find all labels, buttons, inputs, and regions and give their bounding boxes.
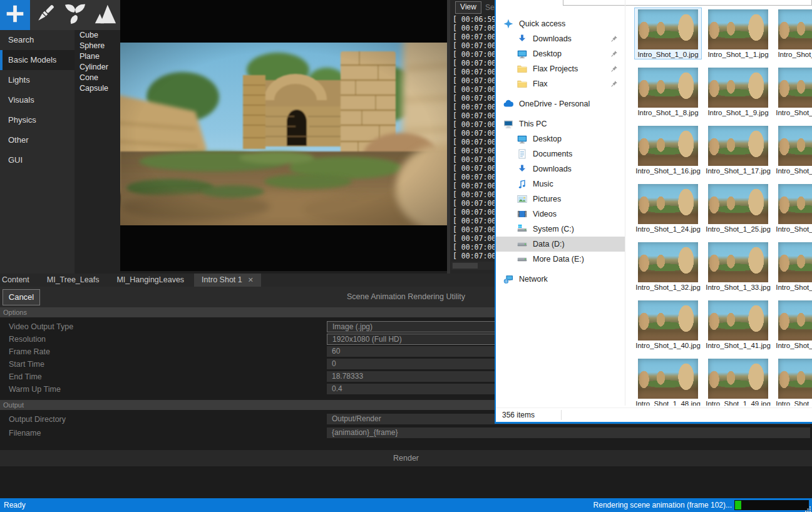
- toolbox-item-visuals[interactable]: Visuals: [0, 90, 75, 110]
- pin-icon[interactable]: [610, 64, 619, 73]
- toolbox-item-gui[interactable]: GUI: [0, 150, 75, 170]
- file-tile-intro-shot-1-42-jpg[interactable]: Intro_Shot_1_42.jpg: [774, 299, 812, 351]
- nav-item-music[interactable]: Music: [496, 177, 625, 192]
- toolbox-item-physics[interactable]: Physics: [0, 110, 75, 130]
- file-tile-intro-shot-1-25-jpg[interactable]: Intro_Shot_1_25.jpg: [704, 182, 772, 234]
- file-thumbnail: [638, 300, 698, 340]
- file-thumbnail: [778, 126, 812, 166]
- file-tile-intro-shot-1-2-jpg[interactable]: Intro_Shot_1_2.jpg: [774, 8, 812, 59]
- terrain-button[interactable]: [90, 0, 120, 30]
- setting-label: Video Output Type: [9, 320, 73, 333]
- flyout-item-sphere[interactable]: Sphere: [75, 41, 120, 51]
- file-tile-intro-shot-1-0-jpg[interactable]: Intro_Shot_1_0.jpg: [634, 8, 702, 59]
- file-tile-intro-shot-1-34-jpg[interactable]: Intro_Shot_1_34.jpg: [774, 240, 812, 292]
- toolbox-item-other[interactable]: Other: [0, 130, 75, 150]
- setting-label: Resolution: [9, 333, 46, 346]
- viewport-scene[interactable]: [120, 0, 447, 271]
- file-tile-intro-shot-1-16-jpg[interactable]: Intro_Shot_1_16.jpg: [634, 124, 702, 176]
- toolbox-item-lights[interactable]: Lights: [0, 70, 75, 90]
- resize-grip-icon[interactable]: [805, 505, 811, 511]
- file-name-label: Intro_Shot_1_2.jpg: [775, 50, 812, 59]
- plus-icon: [3, 2, 27, 28]
- file-tile-intro-shot-1-33-jpg[interactable]: Intro_Shot_1_33.jpg: [704, 240, 772, 292]
- nav-item-desktop[interactable]: Desktop: [496, 46, 625, 61]
- view-button[interactable]: View: [455, 1, 481, 14]
- music-icon: [517, 179, 527, 189]
- foliage-button[interactable]: [60, 0, 90, 30]
- file-tile-intro-shot-1-18-jpg[interactable]: Intro_Shot_1_18.jpg: [774, 124, 812, 176]
- file-name-label: Intro_Shot_1_26.jpg: [775, 225, 812, 233]
- drivewin-icon: [517, 224, 527, 234]
- nav-item-documents[interactable]: Documents: [496, 146, 625, 161]
- file-name-label: Intro_Shot_1_48.jpg: [635, 399, 701, 406]
- file-tile-intro-shot-1-32-jpg[interactable]: Intro_Shot_1_32.jpg: [634, 240, 702, 292]
- scrollbar-thumb[interactable]: [453, 263, 478, 269]
- flyout-item-cylinder[interactable]: Cylinder: [75, 62, 120, 73]
- terrain-icon: [93, 2, 117, 28]
- file-tile-intro-shot-1-26-jpg[interactable]: Intro_Shot_1_26.jpg: [774, 182, 812, 234]
- file-explorer-window: Quick accessDownloadsDesktopFlax Project…: [495, 0, 812, 424]
- pin-icon[interactable]: [610, 49, 619, 58]
- file-tile-intro-shot-1-24-jpg[interactable]: Intro_Shot_1_24.jpg: [634, 182, 702, 234]
- video-icon: [517, 209, 527, 219]
- file-tile-intro-shot-1-8-jpg[interactable]: Intro_Shot_1_8.jpg: [634, 66, 702, 118]
- flyout-item-cone[interactable]: Cone: [75, 73, 120, 83]
- folder-icon: [517, 79, 527, 89]
- nav-item-pictures[interactable]: Pictures: [496, 192, 625, 207]
- tab-intro-shot-1[interactable]: Intro Shot 1✕: [194, 274, 261, 287]
- file-thumbnail: [708, 9, 768, 49]
- file-name-label: Intro_Shot_1_50.jpg: [775, 399, 812, 406]
- file-name-label: Intro_Shot_1_41.jpg: [705, 341, 771, 350]
- nav-item-flax[interactable]: Flax: [496, 76, 625, 91]
- status-task-label: Rendering scene animation (frame 102)...: [594, 498, 732, 512]
- close-tab-icon[interactable]: ✕: [248, 274, 254, 287]
- file-tile-intro-shot-1-41-jpg[interactable]: Intro_Shot_1_41.jpg: [704, 299, 772, 351]
- file-tile-intro-shot-1-40-jpg[interactable]: Intro_Shot_1_40.jpg: [634, 299, 702, 351]
- pin-icon[interactable]: [610, 34, 619, 43]
- nav-item-desktop[interactable]: Desktop: [496, 131, 625, 146]
- nav-item-label: More Data (E:): [533, 255, 584, 264]
- tab-mi-hangingleaves[interactable]: MI_HangingLeaves: [116, 274, 184, 287]
- nav-item-label: Quick access: [519, 19, 565, 28]
- flyout-item-cube[interactable]: Cube: [75, 30, 120, 41]
- cancel-button[interactable]: Cancel: [3, 289, 40, 305]
- nav-item-network[interactable]: Network: [496, 272, 625, 287]
- pin-icon[interactable]: [610, 79, 619, 88]
- file-name-label: Intro_Shot_1_17.jpg: [705, 166, 771, 175]
- explorer-nav-pane: Quick accessDownloadsDesktopFlax Project…: [496, 0, 625, 406]
- file-tile-intro-shot-1-9-jpg[interactable]: Intro_Shot_1_9.jpg: [704, 66, 772, 118]
- brush-icon: [33, 2, 57, 28]
- add-model-button[interactable]: [0, 0, 30, 30]
- picture-icon: [517, 194, 527, 204]
- flyout-item-capsule[interactable]: Capsule: [75, 83, 120, 94]
- file-tile-intro-shot-1-49-jpg[interactable]: Intro_Shot_1_49.jpg: [704, 357, 772, 406]
- file-tile-intro-shot-1-48-jpg[interactable]: Intro_Shot_1_48.jpg: [634, 357, 702, 406]
- nav-item-quick-access[interactable]: Quick access: [496, 16, 625, 31]
- file-tile-intro-shot-1-50-jpg[interactable]: Intro_Shot_1_50.jpg: [774, 357, 812, 406]
- file-tile-intro-shot-1-17-jpg[interactable]: Intro_Shot_1_17.jpg: [704, 124, 772, 176]
- tab-content[interactable]: Content: [2, 274, 29, 287]
- nav-item-downloads[interactable]: Downloads: [496, 31, 625, 46]
- paint-brush-button[interactable]: [30, 0, 60, 30]
- file-name-label: Intro_Shot_1_40.jpg: [635, 341, 701, 350]
- toolbox-item-search[interactable]: Search: [0, 30, 75, 50]
- file-name-label: Intro_Shot_1_49.jpg: [705, 399, 771, 406]
- nav-item-label: System (C:): [533, 225, 574, 233]
- nav-item-flax-projects[interactable]: Flax Projects: [496, 61, 625, 76]
- nav-item-data-d[interactable]: Data (D:): [496, 237, 625, 252]
- render-button[interactable]: Render: [0, 450, 812, 466]
- input-filename[interactable]: {animation}_{frame}: [327, 428, 810, 438]
- render-progress-fill: [735, 501, 741, 509]
- nav-item-system-c[interactable]: System (C:): [496, 222, 625, 237]
- tab-mi-tree-leafs[interactable]: MI_Tree_Leafs: [47, 274, 100, 287]
- nav-item-onedrive-personal[interactable]: OneDrive - Personal: [496, 96, 625, 111]
- nav-item-videos[interactable]: Videos: [496, 207, 625, 222]
- file-tile-intro-shot-1-10-jpg[interactable]: Intro_Shot_1_10.jpg: [774, 66, 812, 118]
- flyout-item-plane[interactable]: Plane: [75, 51, 120, 62]
- nav-item-downloads[interactable]: Downloads: [496, 161, 625, 177]
- file-name-label: Intro_Shot_1_9.jpg: [705, 108, 771, 117]
- file-tile-intro-shot-1-1-jpg[interactable]: Intro_Shot_1_1.jpg: [704, 8, 772, 59]
- nav-item-more-data-e[interactable]: More Data (E:): [496, 252, 625, 267]
- nav-item-this-pc[interactable]: This PC: [496, 116, 625, 131]
- toolbox-item-basic-models[interactable]: Basic Models: [0, 50, 75, 70]
